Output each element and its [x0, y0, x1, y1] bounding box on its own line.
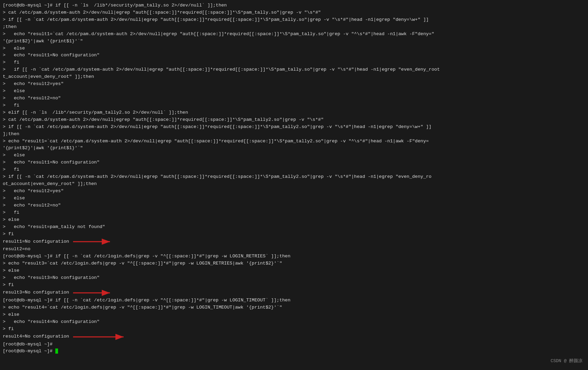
line-9: > fi: [3, 59, 585, 66]
line-final2: [root@db-mysql ~]# ▌: [3, 348, 585, 355]
line-cmd3: [root@db-mysql ~]# if [[ -n `cat /etc/lo…: [3, 297, 585, 304]
result4-line: result4=No configuration: [3, 333, 585, 341]
line-24: > fi: [3, 166, 585, 173]
line-33: > fi: [3, 231, 585, 238]
line-22: > else: [3, 152, 585, 159]
line-15: > fi: [3, 102, 585, 109]
line-19: ];then: [3, 131, 585, 138]
line-1: [root@db-mysql ~]# if [[ -n `ls /lib*/se…: [3, 2, 585, 9]
watermark: CSDN @ 醉颜凉: [550, 358, 583, 365]
line-23: > echo "result1=No configuration": [3, 159, 585, 166]
line-17: > cat /etc/pam.d/system-auth 2>/dev/null…: [3, 116, 585, 124]
line-6: '{print$2}'|awk '{print$1}'`": [3, 38, 585, 45]
line-7: > else: [3, 45, 585, 52]
line-27: > echo "result2=yes": [3, 188, 585, 195]
result1-line: result1=No configuration: [3, 238, 585, 246]
result3-line: result3=No configuration: [3, 289, 585, 297]
line-5: > echo "result1=`cat /etc/pam.d/system-a…: [3, 31, 585, 38]
terminal: [root@db-mysql ~]# if [[ -n `ls /lib*/se…: [0, 0, 588, 370]
line-14: > echo "result2=no": [3, 95, 585, 102]
line-cmd2: [root@db-mysql ~]# if [[ -n `cat /etc/lo…: [3, 253, 585, 260]
line-10: > if [[ -n `cat /etc/pam.d/system-auth 2…: [3, 66, 585, 73]
arrow1: [73, 238, 114, 246]
line-else4: > else: [3, 311, 585, 318]
line-echo4: > echo "result4=`cat /etc/login.defs|gre…: [3, 304, 585, 311]
line-13: > else: [3, 88, 585, 95]
line-echo4b: > echo "result4=No configuration": [3, 318, 585, 326]
line-fi3: > fi: [3, 282, 585, 289]
line-final1: [root@db-mysql ~]#: [3, 341, 585, 348]
line-8: > echo "result1=No configuration": [3, 52, 585, 59]
line-26: ot_account|even_deny_root" ]];then: [3, 181, 585, 188]
line-21: '{print$2}'|awk '{print$1}'`": [3, 145, 585, 152]
line-echo3: > echo "result3=`cat /etc/login.defs|gre…: [3, 260, 585, 267]
result4-text: result4=No configuration: [3, 333, 69, 340]
line-fi4: > fi: [3, 326, 585, 333]
line-28: > else: [3, 195, 585, 202]
line-29: > echo "result2=no": [3, 202, 585, 209]
line-30: > fi: [3, 209, 585, 216]
line-3: > if [[ -n `cat /etc/pam.d/system-auth 2…: [3, 16, 585, 24]
line-else3: > else: [3, 267, 585, 274]
line-31: > else: [3, 216, 585, 224]
line-20: > echo "result1=`cat /etc/pam.d/system-a…: [3, 138, 585, 145]
result3-text: result3=No configuration: [3, 289, 69, 296]
line-16: > elif [[ -n `ls /lib*/security/pam_tall…: [3, 109, 585, 116]
arrow3: [73, 333, 128, 341]
line-32: > echo "result=pam_tally not found": [3, 224, 585, 231]
result2-text: result2=no: [3, 246, 585, 253]
result1-text: result1=No configuration: [3, 238, 69, 245]
line-2: > cat /etc/pam.d/system-auth 2>/dev/null…: [3, 9, 585, 16]
line-18: > if [[ -n `cat /etc/pam.d/system-auth 2…: [3, 124, 585, 131]
line-25: > if [[ -n `cat /etc/pam.d/system-auth 2…: [3, 173, 585, 181]
line-4: ;then: [3, 24, 585, 31]
line-echo3b: > echo "result3=No configuration": [3, 274, 585, 282]
line-11: t_account|even_deny_root" ]];then: [3, 73, 585, 81]
line-12: > echo "result2=yes": [3, 81, 585, 88]
arrow2: [73, 289, 114, 297]
